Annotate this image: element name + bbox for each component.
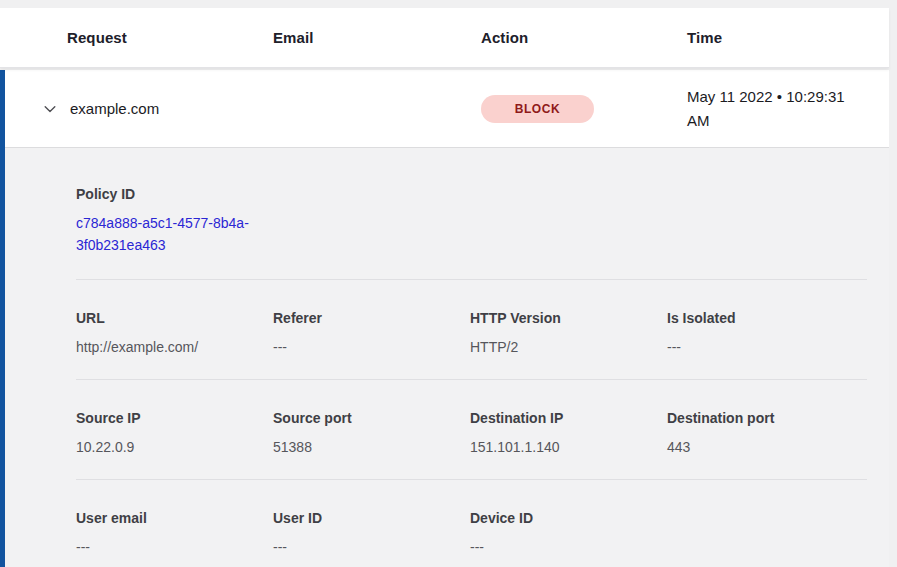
table-row[interactable]: example.com BLOCK May 11 2022 • 10:29:31… xyxy=(5,70,889,148)
field-device-id: Device ID --- xyxy=(470,508,667,557)
field-url: URL http://example.com/ xyxy=(76,308,273,357)
field-source-ip-label: Source IP xyxy=(76,408,273,428)
field-referer-value: --- xyxy=(273,337,470,357)
field-referer: Referer --- xyxy=(273,308,470,357)
field-source-port-label: Source port xyxy=(273,408,470,428)
field-destination-port-label: Destination port xyxy=(667,408,867,428)
field-device-id-label: Device ID xyxy=(470,508,667,528)
field-http-version: HTTP Version HTTP/2 xyxy=(470,308,667,357)
field-user-id-label: User ID xyxy=(273,508,470,528)
time-cell: May 11 2022 • 10:29:31 AM xyxy=(687,85,889,133)
detail-section-network: Source IP 10.22.0.9 Source port 51388 De… xyxy=(76,379,867,479)
field-user-id: User ID --- xyxy=(273,508,470,557)
policy-section: Policy ID c784a888-a5c1-4577-8b4a-3f0b23… xyxy=(76,148,867,279)
expanded-row-group: example.com BLOCK May 11 2022 • 10:29:31… xyxy=(0,70,889,567)
chevron-down-icon[interactable] xyxy=(42,101,58,117)
field-device-id-value: --- xyxy=(470,537,667,557)
request-value: example.com xyxy=(70,100,159,117)
log-table: Request Email Action Time example.com B xyxy=(0,8,889,567)
detail-section-user: User email --- User ID --- Device ID --- xyxy=(76,479,867,567)
time-value: May 11 2022 • 10:29:31 AM xyxy=(687,85,859,133)
column-header-email: Email xyxy=(273,29,481,46)
field-destination-ip-value: 151.101.1.140 xyxy=(470,437,667,457)
field-source-ip-value: 10.22.0.9 xyxy=(76,437,273,457)
action-cell: BLOCK xyxy=(481,95,687,123)
policy-id-label: Policy ID xyxy=(76,184,867,204)
field-empty xyxy=(667,508,867,557)
field-source-port-value: 51388 xyxy=(273,437,470,457)
column-header-request: Request xyxy=(0,29,273,46)
field-referer-label: Referer xyxy=(273,308,470,328)
page: Request Email Action Time example.com B xyxy=(0,0,897,567)
field-is-isolated: Is Isolated --- xyxy=(667,308,867,357)
field-url-label: URL xyxy=(76,308,273,328)
field-user-email: User email --- xyxy=(76,508,273,557)
request-cell: example.com xyxy=(5,100,273,117)
column-header-time: Time xyxy=(687,29,889,46)
field-destination-port: Destination port 443 xyxy=(667,408,867,457)
row-details-panel: Policy ID c784a888-a5c1-4577-8b4a-3f0b23… xyxy=(5,148,889,567)
status-badge: BLOCK xyxy=(481,95,594,123)
field-http-version-value: HTTP/2 xyxy=(470,337,667,357)
policy-id-link[interactable]: c784a888-a5c1-4577-8b4a-3f0b231ea463 xyxy=(76,212,272,256)
field-user-email-label: User email xyxy=(76,508,273,528)
table-header-row: Request Email Action Time xyxy=(0,8,889,68)
field-destination-ip: Destination IP 151.101.1.140 xyxy=(470,408,667,457)
field-is-isolated-label: Is Isolated xyxy=(667,308,867,328)
field-url-value: http://example.com/ xyxy=(76,337,273,357)
detail-section-http: URL http://example.com/ Referer --- HTTP… xyxy=(76,279,867,379)
field-source-ip: Source IP 10.22.0.9 xyxy=(76,408,273,457)
field-user-email-value: --- xyxy=(76,537,273,557)
field-http-version-label: HTTP Version xyxy=(470,308,667,328)
field-destination-ip-label: Destination IP xyxy=(470,408,667,428)
column-header-action: Action xyxy=(481,29,687,46)
field-user-id-value: --- xyxy=(273,537,470,557)
field-source-port: Source port 51388 xyxy=(273,408,470,457)
field-destination-port-value: 443 xyxy=(667,437,867,457)
field-is-isolated-value: --- xyxy=(667,337,867,357)
